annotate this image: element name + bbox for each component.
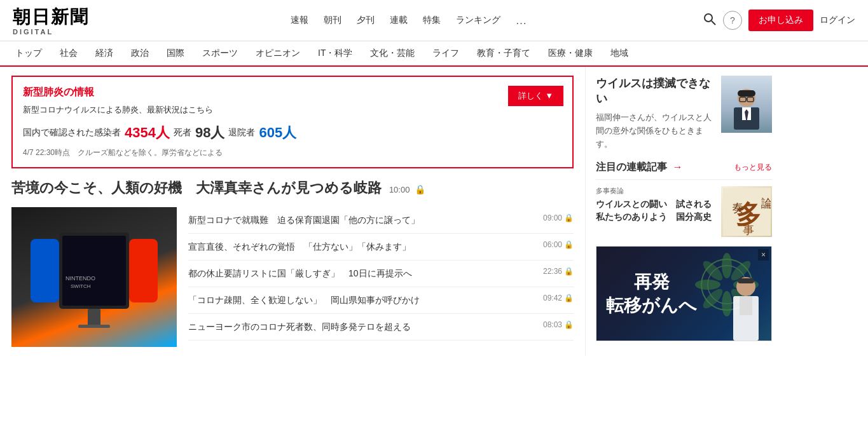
- covid-detail-button[interactable]: 詳しく ▼: [508, 86, 563, 106]
- nav-breaking[interactable]: 速報: [291, 15, 308, 26]
- svg-text:奏: 奏: [731, 201, 744, 214]
- logo-kanji: 朝日新聞: [13, 5, 89, 29]
- series-calligraphy-svg: 多 事 奏 論: [723, 188, 771, 236]
- subnav-it[interactable]: IT・科学: [309, 41, 361, 65]
- sidebar-virus-section: ウイルスは撲滅できない 福岡伸一さんが、ウイルスと人間の意外な関係をひもときます…: [596, 76, 772, 151]
- article-meta-3: 22:36 🔒: [543, 267, 574, 276]
- header-actions: ? お申し込み ログイン: [703, 10, 855, 31]
- nav-special[interactable]: 特集: [423, 15, 441, 26]
- content-area: 新型肺炎の情報 新型コロナウイルスによる肺炎、最新状況はこちら 国内で確認された…: [0, 67, 868, 356]
- subnav-sports[interactable]: スポーツ: [193, 41, 247, 65]
- svg-rect-36: [738, 278, 754, 283]
- covid-discharged-label: 退院者: [228, 127, 255, 139]
- svg-rect-14: [738, 90, 755, 97]
- main-nav: 速報 朝刊 夕刊 連載 特集 ランキング …: [114, 14, 703, 27]
- article-meta-1: 09:00 🔒: [543, 214, 574, 222]
- subnav-culture[interactable]: 文化・芸能: [361, 41, 424, 65]
- subnav-economy[interactable]: 経済: [86, 41, 122, 65]
- lock-icon-3: 🔒: [564, 267, 574, 276]
- help-button[interactable]: ?: [723, 11, 742, 30]
- sidebar-person-image: [721, 76, 772, 133]
- nav-more[interactable]: …: [516, 14, 527, 27]
- apply-button[interactable]: お申し込み: [748, 10, 813, 31]
- subnav-health[interactable]: 医療・健康: [539, 41, 602, 65]
- subnav-politics[interactable]: 政治: [122, 41, 158, 65]
- list-item: ニューヨーク市のコロナ死者数、同時多発テロを超える 08:03 🔒: [188, 314, 574, 341]
- covid-dead-count: 98人: [195, 123, 224, 142]
- svg-rect-3: [129, 239, 158, 302]
- nav-evening[interactable]: 夕刊: [357, 15, 375, 26]
- article-link-4[interactable]: 「コロナ疎開、全く歓迎しない」 岡山県知事が呼びかけ: [188, 294, 538, 307]
- main-content: 新型肺炎の情報 新型コロナウイルスによる肺炎、最新状況はこちら 国内で確認された…: [0, 67, 585, 356]
- series-title: ウイルスとの闘い 試される私たちのありよう 国分高史: [596, 198, 715, 223]
- lock-icon-4: 🔒: [564, 294, 574, 302]
- covid-description: 新型コロナウイルスによる肺炎、最新状況はこちら: [23, 104, 562, 116]
- article-main-image: NINTENDO SWITCH: [11, 207, 177, 347]
- sub-nav: トップ 社会 経済 政治 国際 スポーツ オピニオン IT・科学 文化・芸能 ラ…: [0, 41, 868, 67]
- ad-close-button[interactable]: ×: [758, 249, 769, 261]
- covid-date-note: 4/7 22:30時点 クルーズ船などを除く。厚労省などによる: [23, 147, 562, 158]
- article-link-5[interactable]: ニューヨーク市のコロナ死者数、同時多発テロを超える: [188, 320, 538, 334]
- ad-banner: 再発 転移がんへ ×: [596, 246, 772, 341]
- person-silhouette: [724, 79, 769, 130]
- covid-title: 新型肺炎の情報: [23, 86, 562, 99]
- logo-digital: DIGITAL: [13, 28, 89, 36]
- subnav-international[interactable]: 国際: [158, 41, 193, 65]
- featured-article-link[interactable]: 苦境の今こそ、人類の好機 大澤真幸さんが見つめる岐路 10:00 🔒: [11, 184, 425, 194]
- article-meta-4: 09:42 🔒: [543, 294, 574, 302]
- covid-infected-count: 4354人: [125, 123, 170, 142]
- list-item: 「コロナ疎開、全く歓迎しない」 岡山県知事が呼びかけ 09:42 🔒: [188, 287, 574, 314]
- ad-background: 再発 転移がんへ: [596, 247, 771, 341]
- subnav-top[interactable]: トップ: [6, 41, 51, 65]
- sidebar-series-header: 注目の連載記事 → もっと見る: [596, 161, 772, 180]
- svg-rect-7: [78, 325, 110, 328]
- svg-point-32: [700, 259, 726, 284]
- article-link-2[interactable]: 宣言直後、それぞれの覚悟 「仕方ない」「休みます」: [188, 240, 538, 254]
- logo: 朝日新聞 DIGITAL: [13, 5, 89, 36]
- series-item: 多事奏論 ウイルスとの闘い 試される私たちのありよう 国分高史 多 事 奏 論: [596, 186, 772, 237]
- series-info: 多事奏論 ウイルスとの闘い 試される私たちのありよう 国分高史: [596, 186, 715, 237]
- featured-article-title: 苦境の今こそ、人類の好機 大澤真幸さんが見つめる岐路: [11, 180, 382, 196]
- nav-morning[interactable]: 朝刊: [324, 15, 341, 26]
- search-icon: [703, 12, 717, 26]
- lock-icon-2: 🔒: [564, 240, 574, 249]
- featured-article: 苦境の今こそ、人類の好機 大澤真幸さんが見つめる岐路 10:00 🔒: [11, 179, 574, 198]
- series-title-link[interactable]: ウイルスとの闘い 試される私たちのありよう 国分高史: [596, 198, 715, 223]
- svg-point-28: [695, 280, 720, 290]
- svg-text:SWITCH: SWITCH: [71, 283, 91, 289]
- covid-stats: 国内で確認された感染者 4354人 死者 98人 退院者 605人: [23, 123, 562, 142]
- covid-discharged-count: 605人: [259, 123, 296, 142]
- list-item: 宣言直後、それぞれの覚悟 「仕方ない」「休みます」 06:00 🔒: [188, 234, 574, 261]
- sidebar-more-link[interactable]: もっと見る: [734, 162, 772, 173]
- svg-text:NINTENDO: NINTENDO: [65, 275, 95, 281]
- article-link-3[interactable]: 都の休止要請リストに国「厳しすぎ」 10日に再提示へ: [188, 267, 538, 280]
- subnav-life[interactable]: ライフ: [424, 41, 468, 65]
- ad-text: 再発 転移がんへ: [606, 271, 697, 317]
- article-link-1[interactable]: 新型コロナで就職難 迫る保育園退園「他の方に譲って」: [188, 214, 538, 227]
- subnav-local[interactable]: 地域: [602, 41, 637, 65]
- login-button[interactable]: ログイン: [820, 15, 855, 26]
- svg-point-0: [705, 14, 712, 22]
- svg-rect-5: [62, 236, 126, 306]
- svg-text:事: 事: [743, 224, 754, 236]
- switch-svg: NINTENDO SWITCH: [24, 220, 164, 334]
- svg-text:論: 論: [761, 197, 771, 210]
- subnav-society[interactable]: 社会: [51, 41, 86, 65]
- series-image: 多 事 奏 論: [721, 186, 772, 237]
- nav-ranking[interactable]: ランキング: [456, 15, 500, 26]
- ad-person: [724, 264, 768, 341]
- subnav-opinion[interactable]: オピニオン: [247, 41, 309, 65]
- article-row: NINTENDO SWITCH 新型コロナで就職難 迫る保育園退園「他の方に譲っ…: [11, 207, 574, 347]
- search-button[interactable]: [703, 12, 717, 29]
- covid-dead-label: 死者: [174, 127, 191, 139]
- series-category: 多事奏論: [596, 186, 715, 196]
- subnav-education[interactable]: 教育・子育て: [468, 41, 539, 65]
- featured-lock-icon: 🔒: [415, 184, 425, 194]
- article-meta-2: 06:00 🔒: [543, 240, 574, 249]
- article-list: 新型コロナで就職難 迫る保育園退園「他の方に譲って」 09:00 🔒 宣言直後、…: [188, 207, 574, 347]
- covid-banner: 新型肺炎の情報 新型コロナウイルスによる肺炎、最新状況はこちら 国内で確認された…: [11, 76, 574, 168]
- nav-series[interactable]: 連載: [390, 15, 408, 26]
- sidebar-series-label: 注目の連載記事 →: [596, 161, 682, 174]
- sidebar: ウイルスは撲滅できない 福岡伸一さんが、ウイルスと人間の意外な関係をひもときます…: [585, 67, 782, 356]
- list-item: 都の休止要請リストに国「厳しすぎ」 10日に再提示へ 22:36 🔒: [188, 261, 574, 287]
